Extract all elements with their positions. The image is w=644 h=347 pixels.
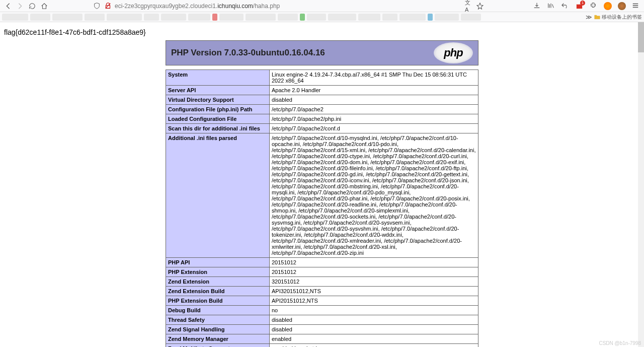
- table-row: Virtual Directory Supportdisabled: [166, 95, 478, 105]
- scrollbar[interactable]: [638, 22, 644, 347]
- forward-button[interactable]: [16, 2, 24, 10]
- url-text: eci-2ze3cgpyrquxau9ygbe2.cloudeci1.ichun…: [115, 3, 462, 10]
- php-logo[interactable]: php: [434, 42, 473, 63]
- extension-brown-icon[interactable]: [618, 2, 626, 10]
- config-key: Zend Memory Manager: [166, 334, 270, 344]
- mobile-bookmarks-folder[interactable]: 移动设备上的书签: [594, 14, 642, 21]
- phpinfo-header: PHP Version 7.0.33-0ubuntu0.16.04.16 php: [166, 40, 478, 65]
- table-row: Scan this dir for additional .ini files/…: [166, 124, 478, 133]
- config-value: disabled: [270, 315, 478, 325]
- extension-shopping-icon[interactable]: [576, 2, 584, 10]
- table-row: Additional .ini files parsed/etc/php/7.0…: [166, 133, 478, 258]
- bookmark-item[interactable]: [144, 14, 159, 21]
- back-button[interactable]: [4, 2, 12, 10]
- bookmark-item[interactable]: [107, 14, 142, 21]
- translate-icon[interactable]: 文A: [465, 2, 473, 10]
- bookmark-item[interactable]: [278, 14, 298, 21]
- bookmark-item[interactable]: [300, 14, 305, 21]
- phpinfo-container: PHP Version 7.0.33-0ubuntu0.16.04.16 php…: [166, 40, 478, 347]
- bookmark-item[interactable]: [435, 14, 459, 21]
- table-row: Zend Signal Handlingdisabled: [166, 325, 478, 334]
- bookmark-item[interactable]: [399, 14, 426, 21]
- bookmark-star-icon[interactable]: [476, 2, 484, 10]
- home-button[interactable]: [40, 2, 48, 10]
- table-row: Zend Extension320151012: [166, 277, 478, 287]
- config-value: Linux engine-2 4.19.24-7.34.cbp.al7.x86_…: [270, 70, 478, 86]
- nav-buttons: [4, 2, 48, 10]
- table-row: Server APIApache 2.0 Handler: [166, 86, 478, 95]
- bookmark-item[interactable]: [85, 14, 105, 21]
- bookmark-item[interactable]: [2, 14, 28, 21]
- table-row: Thread Safetydisabled: [166, 315, 478, 325]
- phpinfo-table: SystemLinux engine-2 4.19.24-7.34.cbp.al…: [166, 70, 478, 347]
- config-value: /etc/php/7.0/apache2: [270, 105, 478, 114]
- toolbar-right: [533, 2, 640, 10]
- table-row: PHP API20151012: [166, 258, 478, 267]
- undo-icon[interactable]: [561, 2, 570, 10]
- table-row: Zend Memory Managerenabled: [166, 334, 478, 344]
- config-value: /etc/php/7.0/apache2/conf.d: [270, 124, 478, 133]
- config-key: Loaded Configuration File: [166, 114, 270, 124]
- bookmarks-bar: ≫ 移动设备上的书签: [0, 12, 644, 22]
- svg-rect-1: [577, 4, 582, 8]
- shield-icon[interactable]: [93, 2, 101, 10]
- library-icon[interactable]: [547, 2, 555, 10]
- config-value: disabled: [270, 325, 478, 334]
- config-value: API20151012,NTS: [270, 296, 478, 306]
- bookmark-item[interactable]: [358, 14, 380, 21]
- config-value: /etc/php/7.0/apache2/php.ini: [270, 114, 478, 124]
- config-key: Zend Signal Handling: [166, 325, 270, 334]
- bookmark-item[interactable]: [382, 14, 397, 21]
- bookmark-item[interactable]: [428, 14, 433, 21]
- config-key: Server API: [166, 86, 270, 95]
- config-key: Debug Build: [166, 306, 270, 315]
- config-key: Additional .ini files parsed: [166, 133, 270, 258]
- download-icon[interactable]: [533, 2, 541, 10]
- bookmark-item[interactable]: [212, 14, 217, 21]
- url-bar[interactable]: eci-2ze3cgpyrquxau9ygbe2.cloudeci1.ichun…: [89, 1, 488, 11]
- config-key: Configuration File (php.ini) Path: [166, 105, 270, 114]
- bookmark-item[interactable]: [188, 14, 210, 21]
- table-row: PHP Extension BuildAPI20151012,NTS: [166, 296, 478, 306]
- config-key: Zend Multibyte Support: [166, 344, 270, 348]
- table-row: Configuration File (php.ini) Path/etc/ph…: [166, 105, 478, 114]
- bookmark-item[interactable]: [246, 14, 276, 21]
- menu-icon[interactable]: [632, 2, 640, 10]
- table-row: Zend Multibyte Supportprovided by mbstri…: [166, 344, 478, 348]
- config-key: Zend Extension Build: [166, 287, 270, 296]
- lock-icon[interactable]: [104, 2, 112, 10]
- config-value: disabled: [270, 95, 478, 105]
- config-key: PHP Extension Build: [166, 296, 270, 306]
- watermark: CSDN @b1n-7998: [599, 340, 641, 346]
- config-value: API320151012,NTS: [270, 287, 478, 296]
- table-row: SystemLinux engine-2 4.19.24-7.34.cbp.al…: [166, 70, 478, 86]
- extension-orange-icon[interactable]: [604, 2, 612, 10]
- browser-toolbar: eci-2ze3cgpyrquxau9ygbe2.cloudeci1.ichun…: [0, 0, 644, 12]
- page-content: flag{d62ce11f-f8e1-47c6-bdf1-cdf1258a8ae…: [0, 22, 644, 347]
- bookmark-item[interactable]: [52, 14, 83, 21]
- config-key: PHP API: [166, 258, 270, 267]
- config-value: 20151012: [270, 258, 478, 267]
- bookmark-item[interactable]: [161, 14, 186, 21]
- bookmark-item[interactable]: [307, 14, 326, 21]
- table-row: PHP Extension20151012: [166, 267, 478, 277]
- table-row: Loaded Configuration File/etc/php/7.0/ap…: [166, 114, 478, 124]
- config-key: PHP Extension: [166, 267, 270, 277]
- table-row: Debug Buildno: [166, 306, 478, 315]
- bookmark-item[interactable]: [461, 14, 481, 21]
- reload-button[interactable]: [28, 2, 36, 10]
- chevron-right-icon[interactable]: ≫: [586, 14, 592, 21]
- php-version-title: PHP Version 7.0.33-0ubuntu0.16.04.16: [171, 48, 325, 58]
- config-value: Apache 2.0 Handler: [270, 86, 478, 95]
- config-key: System: [166, 70, 270, 86]
- flag-output: flag{d62ce11f-f8e1-47c6-bdf1-cdf1258a8ae…: [4, 26, 640, 40]
- scrollbar-thumb[interactable]: [638, 22, 644, 52]
- bookmark-item[interactable]: [30, 14, 50, 21]
- bookmark-item[interactable]: [219, 14, 244, 21]
- bookmark-item[interactable]: [328, 14, 356, 21]
- config-value: /etc/php/7.0/apache2/conf.d/10-mysqlnd.i…: [270, 133, 478, 258]
- config-key: Thread Safety: [166, 315, 270, 325]
- extensions-icon[interactable]: [590, 2, 598, 10]
- config-value: 20151012: [270, 267, 478, 277]
- table-row: Zend Extension BuildAPI320151012,NTS: [166, 287, 478, 296]
